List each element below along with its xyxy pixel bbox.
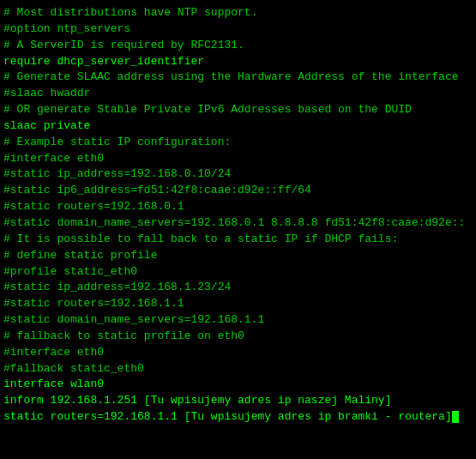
terminal-line: #static routers=192.168.0.1 (3, 199, 473, 215)
terminal-line: #static ip6_address=fd51:42f8:caae:d92e:… (3, 183, 473, 199)
terminal-line: slaac private (3, 118, 473, 135)
terminal-line: # A ServerID is required by RFC2131. (3, 38, 473, 54)
terminal-line: #option ntp_servers (3, 21, 473, 38)
terminal-line: # define static profile (3, 248, 473, 264)
terminal-line: # Generate SLAAC address using the Hardw… (3, 69, 473, 86)
terminal-line: inform 192.168.1.251 [Tu wpisujemy adres… (3, 393, 473, 409)
terminal-line: #static ip_address=192.168.1.23/24 (3, 280, 473, 296)
terminal-line: #interface eth0 (3, 151, 473, 167)
terminal-line: #static domain_name_servers=192.168.0.1 … (3, 215, 473, 232)
terminal-line: #slaac hwaddr (3, 86, 473, 102)
terminal-line: #static ip_address=192.168.0.10/24 (3, 166, 473, 183)
terminal: # Most distributions have NTP support.#o… (0, 0, 476, 459)
terminal-line: static routers=192.168.1.1 [Tu wpisujemy… (3, 409, 473, 426)
terminal-line: interface wlan0 (3, 377, 473, 393)
terminal-line: #interface eth0 (3, 345, 473, 361)
terminal-line: #static domain_name_servers=192.168.1.1 (3, 312, 473, 329)
terminal-line: # fallback to static profile on eth0 (3, 329, 473, 345)
terminal-line: # It is possible to fall back to a stati… (3, 232, 473, 248)
terminal-line: #static routers=192.168.1.1 (3, 296, 473, 312)
terminal-line: #profile static_eth0 (3, 264, 473, 281)
terminal-line: # Example static IP configuration: (3, 135, 473, 151)
terminal-line: # Most distributions have NTP support. (3, 5, 473, 21)
terminal-line: # OR generate Stable Private IPv6 Addres… (3, 102, 473, 118)
terminal-line: #fallback static_eth0 (3, 361, 473, 377)
terminal-line: require dhcp_server_identifier (3, 54, 473, 70)
terminal-cursor (452, 411, 459, 423)
